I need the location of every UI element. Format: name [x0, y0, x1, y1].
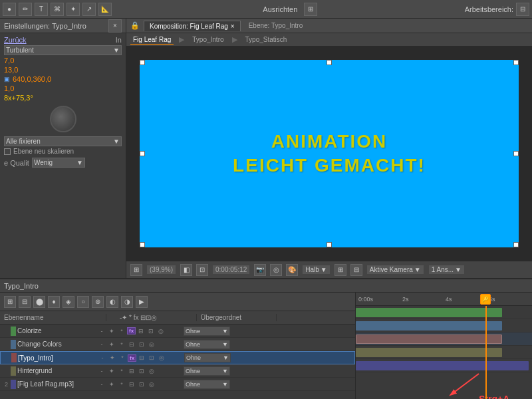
tl-icon-10[interactable]: ▶: [136, 296, 148, 308]
layer-parent-3[interactable]: Ohne▼: [184, 353, 231, 362]
layer-parent-5[interactable]: Ohne▼: [184, 380, 230, 389]
color-icon[interactable]: 🎨: [286, 264, 298, 276]
corner-handle-tl[interactable]: [140, 60, 145, 65]
grid-icon[interactable]: ⊞: [334, 264, 346, 276]
layer-blend-3[interactable]: ◎: [157, 353, 166, 362]
view-icon-1[interactable]: ⊞: [130, 264, 142, 276]
layer-row-colorize[interactable]: Colorize - ✦ * fx ⊟ ⊡ ◎ Ohne▼: [0, 325, 355, 338]
val4[interactable]: 1,0: [4, 84, 14, 92]
layer-eye-5[interactable]: ✦: [107, 380, 116, 389]
tl-icon-4[interactable]: ♦: [48, 296, 60, 308]
rotation-control[interactable]: [50, 106, 76, 132]
toolbar-icon-3[interactable]: T: [35, 3, 48, 16]
workspace-icon[interactable]: ⊟: [516, 3, 529, 16]
layer-solo-4[interactable]: -: [97, 366, 106, 376]
tl-icon-3[interactable]: ⬤: [33, 296, 45, 308]
layer-eye-1[interactable]: ✦: [107, 327, 116, 336]
tl-icon-7[interactable]: ⊛: [92, 296, 104, 308]
layer-lock-3[interactable]: *: [118, 353, 127, 362]
corner-handle-bl[interactable]: [140, 242, 145, 247]
comp-tab-close[interactable]: ×: [231, 23, 235, 30]
corner-handle-br[interactable]: [513, 242, 519, 247]
corner-handle-tm[interactable]: [327, 60, 332, 65]
layer-fx-3[interactable]: fx: [128, 354, 136, 362]
layer-motion-5[interactable]: ⊟: [127, 380, 136, 389]
layer-blend-1[interactable]: ◎: [156, 327, 166, 336]
view-icon-4[interactable]: ⊟: [350, 264, 362, 276]
tl-icon-2[interactable]: ⊟: [19, 296, 31, 308]
tl-icon-5[interactable]: ◈: [63, 296, 74, 308]
layer-blend-2[interactable]: ◎: [147, 340, 156, 349]
comp-tab-active[interactable]: Komposition: Fig Leaf Rag ×: [144, 21, 241, 31]
layer-3d-3[interactable]: ⊡: [147, 353, 156, 362]
val2[interactable]: 13,0: [4, 66, 18, 74]
layer-parent-2[interactable]: Ohne▼: [184, 340, 230, 349]
view-icon-2[interactable]: ◧: [180, 264, 192, 276]
val3[interactable]: 640,0,360,0: [13, 75, 51, 83]
view-icon-3[interactable]: ⊡: [196, 264, 208, 276]
val1[interactable]: 7,0: [4, 57, 14, 65]
toolbar-icon-4[interactable]: ⌘: [51, 3, 64, 16]
layer-parent-1[interactable]: Ohne▼: [184, 327, 230, 336]
turbulent-dropdown[interactable]: Turbulent ▼: [4, 45, 122, 55]
quality-dropdown[interactable]: Wenig ▼: [32, 158, 85, 168]
layer-3d-4[interactable]: ⊡: [137, 366, 146, 376]
playhead-line[interactable]: [485, 306, 487, 399]
layer-lock-5[interactable]: *: [117, 380, 126, 389]
layer-lock-2[interactable]: *: [117, 340, 126, 349]
ebene-checkbox[interactable]: [4, 148, 11, 155]
val5[interactable]: 8x+75,3°: [4, 94, 33, 102]
quality-selector[interactable]: Halb▼: [302, 265, 330, 275]
corner-handle-ml[interactable]: [140, 151, 145, 156]
ausrichten-icon[interactable]: ⊞: [304, 3, 317, 16]
layer-motion-1[interactable]: ⊟: [136, 327, 146, 336]
corner-handle-tr[interactable]: [513, 60, 519, 65]
playhead-marker[interactable]: 🔑: [480, 294, 491, 305]
zuruck-link[interactable]: Zurück: [4, 36, 27, 44]
camera-icon[interactable]: 📷: [254, 264, 266, 276]
layer-solo-5[interactable]: -: [97, 380, 106, 389]
layer-solo-1[interactable]: -: [97, 327, 106, 336]
layer-3d-1[interactable]: ⊡: [146, 327, 156, 336]
tl-icon-9[interactable]: ◑: [121, 296, 133, 308]
target-icon[interactable]: ◎: [270, 264, 282, 276]
corner-handle-mr[interactable]: [513, 151, 519, 156]
toolbar-icon-1[interactable]: ●: [3, 3, 16, 16]
tab-typo-statisch[interactable]: Typo_Statisch: [243, 35, 290, 44]
zoom-level[interactable]: (39,9%): [146, 265, 176, 275]
layer-blend-5[interactable]: ◎: [147, 380, 156, 389]
layer-fx-1[interactable]: fx: [127, 327, 136, 334]
tab-fig-leaf-rag[interactable]: Fig Leaf Rag: [130, 35, 174, 45]
fixieren-dropdown[interactable]: Alle fixieren ▼: [4, 136, 122, 146]
layer-3d-2[interactable]: ⊡: [137, 340, 146, 349]
tab-typo-intro[interactable]: Typo_Intro: [190, 35, 226, 44]
corner-handle-bm[interactable]: [327, 242, 332, 247]
layer-motion-3[interactable]: ⊟: [137, 353, 146, 362]
toolbar-icon-6[interactable]: ↗: [82, 3, 96, 16]
layer-row-change-colors[interactable]: Change Colors - ✦ * ⊟ ⊡ ◎ Ohne▼: [0, 338, 355, 351]
layer-parent-4[interactable]: Ohne▼: [184, 366, 230, 376]
layer-row-mp3[interactable]: 2 [Fig Leaf Rag.mp3] - ✦ * ⊟ ⊡ ◎ Ohne▼: [0, 378, 355, 391]
toolbar-icon-2[interactable]: ✏: [19, 3, 32, 16]
toolbar-icon-5[interactable]: ✦: [66, 3, 80, 16]
layer-solo-3[interactable]: -: [98, 353, 107, 362]
layer-lock-1[interactable]: *: [117, 327, 126, 336]
layer-eye-4[interactable]: ✦: [107, 366, 116, 376]
layer-solo-2[interactable]: -: [97, 340, 106, 349]
layer-eye-2[interactable]: ✦: [107, 340, 116, 349]
tl-icon-6[interactable]: ○: [77, 296, 89, 308]
layer-3d-5[interactable]: ⊡: [137, 380, 146, 389]
layer-row-hintergrund[interactable]: Hintergrund - ✦ * ⊟ ⊡ ◎ Ohne▼: [0, 364, 355, 378]
tl-icon-8[interactable]: ◐: [106, 296, 118, 308]
layer-motion-2[interactable]: ⊟: [127, 340, 136, 349]
layer-row-typo-intro[interactable]: [Typo_Intro] - ✦ * fx ⊟ ⊡ ◎ Ohne▼: [0, 351, 355, 364]
layer-blend-4[interactable]: ◎: [147, 366, 156, 376]
views-selector[interactable]: 1 Ans...▼: [428, 265, 465, 275]
layer-eye-3[interactable]: ✦: [108, 353, 117, 362]
layer-motion-4[interactable]: ⊟: [127, 366, 136, 376]
layer-lock-4[interactable]: *: [117, 366, 126, 376]
toolbar-icon-7[interactable]: 📐: [98, 3, 112, 16]
panel-close-icon[interactable]: ×: [108, 19, 122, 33]
timecode[interactable]: 0:00:05:12: [212, 265, 250, 275]
tl-icon-1[interactable]: ⊞: [4, 296, 16, 308]
